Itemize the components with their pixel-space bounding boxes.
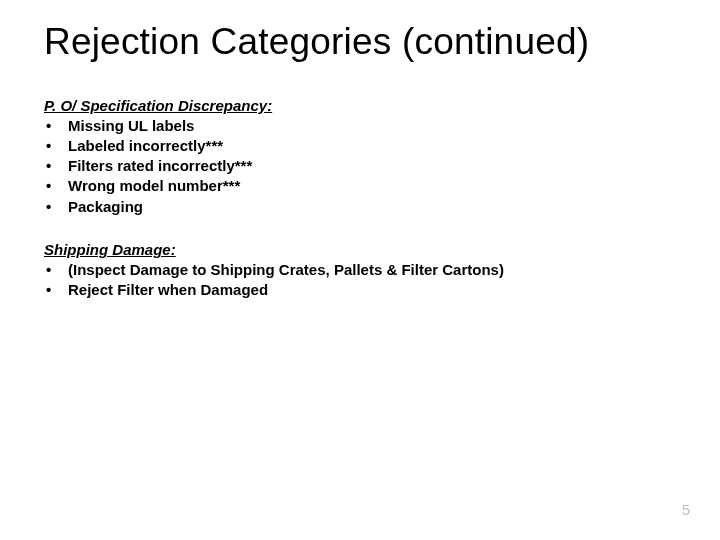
section-shipping-damage: Shipping Damage: (Inspect Damage to Ship… (44, 241, 676, 301)
section-heading-po: P. O/ Specification Discrepancy: (44, 97, 676, 114)
list-item: Reject Filter when Damaged (44, 280, 676, 300)
page-number: 5 (682, 501, 690, 518)
slide: Rejection Categories (continued) P. O/ S… (0, 0, 720, 540)
list-item: Wrong model number*** (44, 176, 676, 196)
list-item: Labeled incorrectly*** (44, 136, 676, 156)
list-item: Missing UL labels (44, 116, 676, 136)
section-heading-shipping: Shipping Damage: (44, 241, 676, 258)
page-title: Rejection Categories (continued) (44, 22, 676, 63)
section-po-spec: P. O/ Specification Discrepancy: Missing… (44, 97, 676, 217)
bullet-list-po: Missing UL labels Labeled incorrectly***… (44, 116, 676, 217)
list-item: Packaging (44, 197, 676, 217)
bullet-list-shipping: (Inspect Damage to Shipping Crates, Pall… (44, 260, 676, 301)
list-item: Filters rated incorrectly*** (44, 156, 676, 176)
list-item: (Inspect Damage to Shipping Crates, Pall… (44, 260, 676, 280)
